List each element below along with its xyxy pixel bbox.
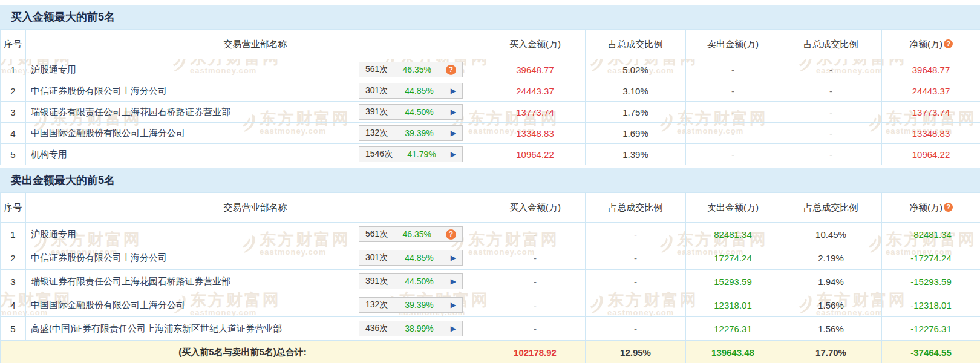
column-header: 卖出金额(万): [686, 193, 780, 223]
column-header-label: 占总成交比例: [609, 39, 663, 49]
trade-count-badge[interactable]: 132次 39.39% ▶: [359, 297, 463, 313]
buy-amount-cell: 24443.37: [485, 80, 586, 102]
trade-count-badge[interactable]: 391次 44.50% ▶: [359, 104, 463, 120]
net-amount-cell: 39648.77: [882, 59, 980, 80]
trade-count-badge[interactable]: 436次 38.99% ▶: [359, 321, 463, 336]
net-amount-cell: -15293.59: [882, 270, 980, 293]
buy-ratio-cell: 5.02%: [586, 59, 686, 80]
column-header: 占总成交比例: [586, 30, 686, 59]
column-header-label: 净额(万): [909, 202, 942, 212]
win-rate-percent: 44.50%: [405, 107, 433, 117]
branch-name-cell: 沪股通专用 561次 46.35% ?: [26, 59, 485, 80]
trade-count-badge[interactable]: 391次 44.50% ▶: [359, 273, 463, 289]
totals-sell-ratio: 17.70%: [780, 341, 882, 363]
buy-ratio-cell: -: [586, 270, 686, 293]
sell-amount-cell: 82481.34: [686, 223, 780, 246]
rank-cell: 2: [1, 80, 26, 102]
net-amount-cell: -12276.31: [882, 317, 980, 341]
buy-ratio-cell: -: [586, 317, 686, 341]
branch-name-cell: 机构专用 1546次 41.79% ▶: [26, 144, 485, 165]
column-header: 净额(万)?: [882, 193, 980, 223]
branch-name-cell: 中国国际金融股份有限公司上海分公司 132次 39.39% ▶: [26, 123, 485, 144]
column-header-label: 交易营业部名称: [224, 39, 287, 49]
help-icon[interactable]: ?: [446, 65, 456, 75]
branch-name: 中国国际金融股份有限公司上海分公司: [31, 128, 185, 139]
net-amount-help-icon[interactable]: ?: [944, 39, 953, 48]
buy-top5-section-header: 买入金额最大的前5名: [0, 5, 980, 29]
sell-amount-cell: -: [686, 59, 780, 80]
sell-amount-cell: 17274.24: [686, 246, 780, 270]
sell-ratio-cell: -: [780, 123, 882, 144]
win-rate-percent: 44.85%: [405, 253, 433, 263]
column-header: 买入金额(万): [485, 30, 586, 59]
win-rate-percent: 41.79%: [407, 149, 436, 159]
sell-amount-cell: 12318.01: [686, 293, 780, 317]
totals-sell-amount: 139643.48: [686, 341, 780, 363]
expand-arrow-icon[interactable]: ▶: [451, 325, 456, 332]
appearance-count: 561次: [365, 229, 388, 240]
branch-name-cell: 瑞银证券有限责任公司上海花园石桥路证券营业部 391次 44.50% ▶: [26, 270, 485, 293]
appearance-count: 132次: [365, 128, 388, 139]
trade-count-badge[interactable]: 132次 39.39% ▶: [359, 125, 463, 141]
column-header-label: 占总成交比例: [804, 202, 858, 212]
sell-ratio-cell: 1.56%: [780, 317, 882, 341]
buy-amount-cell: 13773.74: [485, 102, 586, 123]
net-amount-help-icon[interactable]: ?: [944, 203, 953, 212]
column-header: 序号: [1, 193, 26, 223]
branch-name: 中信证券股份有限公司上海分公司: [31, 85, 167, 97]
win-rate-percent: 44.85%: [405, 86, 433, 96]
net-amount-cell: 24443.37: [882, 80, 980, 102]
column-header-label: 占总成交比例: [804, 39, 858, 49]
branch-name: 中信证券股份有限公司上海分公司: [31, 252, 167, 264]
expand-arrow-icon[interactable]: ▶: [451, 278, 456, 285]
totals-net-amount: -37464.55: [882, 341, 980, 363]
top-spacer: [0, 0, 980, 5]
column-header: 占总成交比例: [780, 30, 882, 59]
totals-buy-ratio: 12.95%: [586, 341, 686, 363]
branch-name: 瑞银证券有限责任公司上海花园石桥路证券营业部: [31, 276, 230, 287]
table-row: 4 中国国际金融股份有限公司上海分公司 132次 39.39% ▶ 13348.…: [1, 123, 980, 144]
table-row: 3 瑞银证券有限责任公司上海花园石桥路证券营业部 391次 44.50% ▶ 1…: [1, 102, 980, 123]
net-amount-cell: 10964.22: [882, 144, 980, 165]
column-header: 占总成交比例: [586, 193, 686, 223]
rank-cell: 4: [1, 123, 26, 144]
buy-ratio-cell: 1.75%: [586, 102, 686, 123]
table-row: 3 瑞银证券有限责任公司上海花园石桥路证券营业部 391次 44.50% ▶ -…: [1, 270, 980, 293]
sell-amount-cell: -: [686, 144, 780, 165]
table-row: 5 机构专用 1546次 41.79% ▶ 10964.22 1.39% - -…: [1, 144, 980, 165]
expand-arrow-icon[interactable]: ▶: [451, 108, 456, 116]
expand-arrow-icon[interactable]: ▶: [451, 87, 456, 94]
branch-name: 沪股通专用: [31, 229, 76, 240]
rank-cell: 3: [1, 270, 26, 293]
win-rate-percent: 46.35%: [402, 229, 431, 239]
branch-name-cell: 中信证券股份有限公司上海分公司 301次 44.85% ▶: [26, 80, 485, 102]
trade-count-badge[interactable]: 1546次 41.79% ▶: [359, 146, 463, 162]
totals-label: (买入前5名与卖出前5名)总合计:: [1, 341, 485, 363]
totals-row: (买入前5名与卖出前5名)总合计: 102178.92 12.95% 13964…: [1, 341, 980, 363]
trade-count-badge[interactable]: 561次 46.35% ?: [359, 226, 463, 242]
table-header-row: 序号交易营业部名称买入金额(万)占总成交比例卖出金额(万)占总成交比例净额(万)…: [1, 30, 980, 59]
branch-name: 机构专用: [31, 149, 67, 160]
trade-count-badge[interactable]: 301次 44.85% ▶: [359, 83, 463, 99]
appearance-count: 391次: [365, 276, 388, 287]
column-header-label: 净额(万): [909, 39, 942, 49]
trade-count-badge[interactable]: 561次 46.35% ?: [359, 62, 463, 77]
win-rate-percent: 39.39%: [405, 128, 433, 138]
buy-amount-cell: 13348.83: [485, 123, 586, 144]
buy-ratio-cell: -: [586, 223, 686, 246]
sell-ratio-cell: -: [780, 144, 882, 165]
expand-arrow-icon[interactable]: ▶: [451, 129, 456, 137]
trade-count-badge[interactable]: 301次 44.85% ▶: [359, 250, 463, 266]
appearance-count: 391次: [365, 106, 388, 117]
expand-arrow-icon[interactable]: ▶: [451, 151, 456, 158]
expand-arrow-icon[interactable]: ▶: [451, 254, 456, 261]
buy-ratio-cell: 1.39%: [586, 144, 686, 165]
buy-amount-cell: 10964.22: [485, 144, 586, 165]
totals-buy-amount: 102178.92: [485, 341, 586, 363]
appearance-count: 436次: [365, 323, 388, 334]
column-header: 卖出金额(万): [686, 30, 780, 59]
help-icon[interactable]: ?: [446, 229, 456, 240]
sell-ratio-cell: 10.45%: [780, 223, 882, 246]
column-header: 净额(万)?: [882, 30, 980, 59]
expand-arrow-icon[interactable]: ▶: [451, 301, 456, 309]
